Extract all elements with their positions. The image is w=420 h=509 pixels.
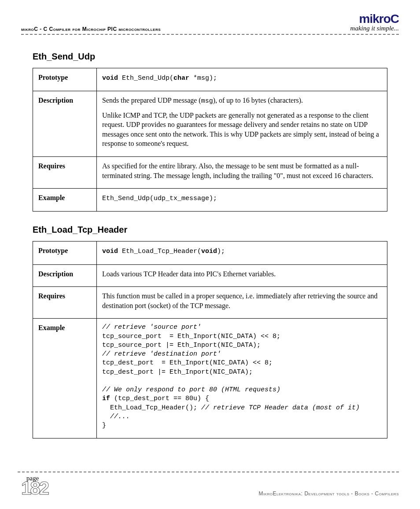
table-row: Example Eth_Send_Udp(udp_tx_message);: [33, 189, 387, 212]
code-keyword: void: [201, 248, 217, 255]
code-line: tcp_source_port = Eth_Inport(NIC_DATA) <…: [102, 333, 280, 340]
row-value-description: Loads various TCP Header data into PIC's…: [97, 264, 387, 287]
row-label-prototype: Prototype: [33, 241, 97, 264]
code-keyword: void: [102, 248, 118, 255]
inline-code: msg: [201, 97, 213, 105]
row-label-example: Example: [33, 189, 97, 212]
page-number: 182: [18, 480, 48, 497]
table-row: Prototype void Eth_Send_Udp(char *msg);: [33, 68, 387, 91]
header-left-text: mikroC - C Compiler for Microchip PIC mi…: [21, 26, 161, 32]
code-comment: // retrieve 'destination port': [102, 350, 221, 358]
desc-text: ), of up to 16 bytes (characters).: [213, 97, 303, 104]
code-line: }: [102, 422, 106, 429]
code-text: Eth_Send_Udp(: [118, 74, 173, 82]
row-label-prototype: Prototype: [33, 68, 97, 91]
row-label-requires: Requires: [33, 287, 97, 319]
row-label-requires: Requires: [33, 157, 97, 189]
code-line: tcp_source_port |= Eth_Inport(NIC_DATA);: [102, 342, 261, 349]
page: mikroC - C Compiler for Microchip PIC mi…: [0, 0, 420, 509]
code-comment: // retrieve TCP Header data (most of it): [201, 404, 360, 412]
footer-row: page 182 MikroElektronika: Development t…: [18, 475, 399, 497]
header-right: mikroC making it simple...: [350, 12, 399, 32]
code-keyword: void: [102, 74, 118, 82]
row-value-prototype: void Eth_Load_Tcp_Header(void);: [97, 241, 387, 264]
desc-text: Sends the prepared UDP message (: [102, 97, 201, 104]
table-row: Description Loads various TCP Header dat…: [33, 264, 387, 287]
brand-tagline: making it simple...: [350, 25, 399, 32]
row-value-requires: As specified for the entire library. Als…: [97, 157, 387, 189]
code-line: tcp_dest_port = Eth_Inport(NIC_DATA) << …: [102, 359, 273, 367]
table-row: Requires This function must be called in…: [33, 287, 387, 319]
page-footer: page 182 MikroElektronika: Development t…: [18, 472, 399, 497]
page-header: mikroC - C Compiler for Microchip PIC mi…: [21, 12, 399, 32]
row-value-example: Eth_Send_Udp(udp_tx_message);: [97, 189, 387, 212]
code-text: );: [217, 248, 225, 255]
code-keyword: if: [102, 395, 110, 402]
row-value-description: Sends the prepared UDP message (msg), of…: [97, 91, 387, 157]
row-label-description: Description: [33, 264, 97, 287]
footer-rule: [18, 472, 399, 472]
table-row: Prototype void Eth_Load_Tcp_Header(void)…: [33, 241, 387, 264]
api-table-eth-load-tcp-header: Prototype void Eth_Load_Tcp_Header(void)…: [33, 241, 387, 438]
api-table-eth-send-udp: Prototype void Eth_Send_Udp(char *msg); …: [33, 68, 387, 212]
table-row: Description Sends the prepared UDP messa…: [33, 91, 387, 157]
footer-publisher: MikroElektronika: Development tools - Bo…: [258, 490, 399, 497]
code-comment: // retrieve 'source port': [102, 323, 201, 331]
desc-text: Unlike ICMP and TCP, the UDP packets are…: [102, 111, 379, 148]
row-label-example: Example: [33, 319, 97, 438]
table-row: Requires As specified for the entire lib…: [33, 157, 387, 189]
code-comment: // We only respond to port 80 (HTML requ…: [102, 386, 280, 394]
code-block: // retrieve 'source port' tcp_source_por…: [102, 323, 382, 430]
code-comment: //...: [102, 413, 130, 420]
section-title-eth-load-tcp-header: Eth_Load_Tcp_Header: [33, 225, 387, 235]
row-value-requires: This function must be called in a proper…: [97, 287, 387, 319]
brand-logo: mikroC: [350, 12, 399, 25]
code-text: Eth_Send_Udp(udp_tx_message);: [102, 195, 217, 202]
code-line: (tcp_dest_port == 80u) {: [110, 395, 209, 402]
code-text: Eth_Load_Tcp_Header(: [118, 248, 201, 255]
footer-left: page 182: [18, 475, 48, 497]
code-keyword: char: [173, 74, 189, 82]
table-row: Example // retrieve 'source port' tcp_so…: [33, 319, 387, 438]
code-line: Eth_Load_Tcp_Header();: [102, 404, 201, 412]
row-value-prototype: void Eth_Send_Udp(char *msg);: [97, 68, 387, 91]
row-value-example: // retrieve 'source port' tcp_source_por…: [97, 319, 387, 438]
code-line: tcp_dest_port |= Eth_Inport(NIC_DATA);: [102, 368, 253, 376]
section-title-eth-send-udp: Eth_Send_Udp: [33, 52, 387, 62]
code-text: *msg);: [189, 74, 217, 82]
row-label-description: Description: [33, 91, 97, 157]
content: Eth_Send_Udp Prototype void Eth_Send_Udp…: [21, 35, 399, 438]
